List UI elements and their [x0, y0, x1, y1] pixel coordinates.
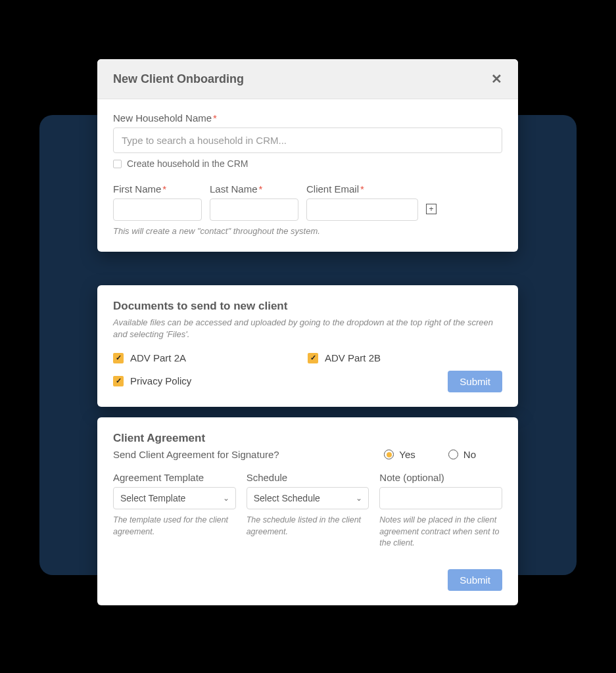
radio-yes-indicator	[384, 450, 394, 459]
schedule-select[interactable]: Select Schedule	[247, 487, 369, 509]
document-label: ADV Part 2B	[325, 352, 381, 363]
client-email-input[interactable]	[306, 198, 418, 221]
agreement-card: Client Agreement Send Client Agreement f…	[97, 417, 518, 605]
agreement-submit-button[interactable]: Submit	[448, 569, 502, 591]
documents-help: Available files can be accessed and uplo…	[113, 317, 502, 340]
document-checkbox[interactable]: ✓	[308, 353, 318, 363]
document-label: Privacy Policy	[130, 375, 191, 386]
create-household-label: Create household in the CRM	[127, 158, 248, 169]
radio-no[interactable]: No	[448, 449, 476, 460]
last-name-col: Last Name*	[210, 183, 298, 221]
last-name-label-text: Last Name	[210, 183, 258, 195]
template-label: Agreement Template	[113, 472, 236, 483]
onboarding-modal: New Client Onboarding ✕ New Household Na…	[97, 59, 518, 252]
household-name-input[interactable]	[113, 128, 502, 153]
create-household-checkbox[interactable]	[113, 160, 122, 168]
note-help: Notes will be placed in the client agree…	[379, 515, 502, 549]
agreement-fields-row: Agreement Template Select Template ⌄ The…	[113, 472, 502, 549]
document-item-adv-2a: ✓ ADV Part 2A	[113, 352, 308, 363]
modal-body: New Household Name* Create household in …	[97, 99, 518, 252]
note-col: Note (optional) Notes will be placed in …	[379, 472, 502, 549]
agreement-title: Client Agreement	[113, 432, 502, 445]
template-col: Agreement Template Select Template ⌄ The…	[113, 472, 236, 549]
radio-yes-label: Yes	[399, 449, 415, 460]
agreement-submit-row: Submit	[113, 569, 502, 591]
required-asterisk: *	[360, 183, 364, 195]
document-checkbox[interactable]: ✓	[113, 353, 124, 363]
household-name-label: New Household Name*	[113, 112, 502, 124]
radio-no-indicator	[448, 450, 458, 459]
last-name-input[interactable]	[210, 198, 298, 221]
modal-header: New Client Onboarding ✕	[97, 59, 518, 99]
documents-title: Documents to send to new client	[113, 300, 502, 313]
document-label: ADV Part 2A	[130, 352, 186, 363]
template-help: The template used for the client agreeme…	[113, 515, 236, 538]
schedule-col: Schedule Select Schedule ⌄ The schedule …	[247, 472, 369, 549]
schedule-select-wrap: Select Schedule ⌄	[247, 487, 369, 509]
schedule-help: The schedule listed in the client agreem…	[247, 515, 369, 538]
agreement-radio-group: Yes No	[384, 449, 476, 460]
first-name-label-text: First Name	[113, 183, 161, 195]
documents-card: Documents to send to new client Availabl…	[97, 285, 518, 407]
name-email-row: First Name* Last Name* Client Email* +	[113, 183, 502, 221]
last-name-label: Last Name*	[210, 183, 298, 195]
document-item-privacy: ✓ Privacy Policy	[113, 375, 308, 386]
first-name-col: First Name*	[113, 183, 202, 221]
client-email-label-text: Client Email	[306, 183, 359, 195]
add-contact-icon[interactable]: +	[426, 204, 437, 214]
template-select-wrap: Select Template ⌄	[113, 487, 236, 509]
required-asterisk: *	[213, 112, 217, 124]
radio-no-label: No	[463, 449, 476, 460]
documents-submit-button[interactable]: Submit	[448, 371, 502, 392]
first-name-label: First Name*	[113, 183, 202, 195]
document-item-adv-2b: ✓ ADV Part 2B	[308, 352, 502, 363]
agreement-question-row: Send Client Agreement for Signature? Yes…	[113, 449, 502, 460]
document-checkbox[interactable]: ✓	[113, 376, 124, 386]
first-name-input[interactable]	[113, 198, 202, 221]
household-name-label-text: New Household Name	[113, 112, 212, 124]
contact-help-text: This will create a new "contact" through…	[113, 226, 502, 236]
schedule-label: Schedule	[247, 472, 369, 483]
agreement-question: Send Client Agreement for Signature?	[113, 449, 384, 460]
required-asterisk: *	[259, 183, 263, 195]
note-label: Note (optional)	[379, 472, 502, 483]
template-select[interactable]: Select Template	[113, 487, 236, 509]
required-asterisk: *	[162, 183, 166, 195]
client-email-col: Client Email*	[306, 183, 418, 221]
close-icon[interactable]: ✕	[491, 71, 502, 87]
client-email-label: Client Email*	[306, 183, 418, 195]
create-household-row: Create household in the CRM	[113, 158, 502, 169]
radio-yes[interactable]: Yes	[384, 449, 415, 460]
modal-title: New Client Onboarding	[113, 72, 244, 86]
note-input[interactable]	[379, 487, 502, 509]
